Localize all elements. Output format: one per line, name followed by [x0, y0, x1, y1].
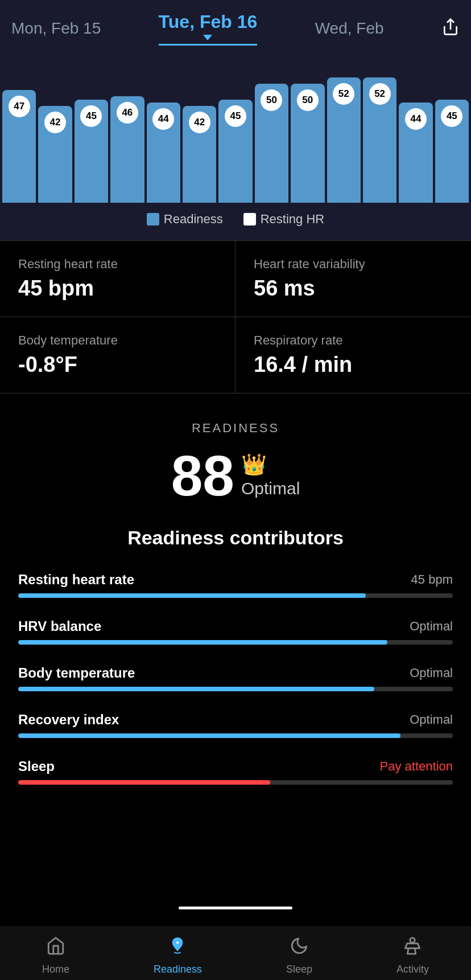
- bar: 50: [291, 84, 324, 203]
- nav-home-label: Home: [42, 963, 69, 975]
- contributor-status: Optimal: [410, 712, 453, 727]
- bar-value-label: 45: [80, 105, 102, 127]
- contributor-row: Recovery indexOptimal: [18, 712, 453, 738]
- readiness-legend-label: Readiness: [164, 212, 223, 227]
- bar-item: 52: [363, 55, 396, 203]
- bar-item: 50: [255, 55, 288, 203]
- stat-respiratory-label: Respiratory rate: [254, 333, 453, 348]
- legend-resting-hr: Resting HR: [243, 212, 324, 227]
- bar-item: 47: [2, 55, 36, 203]
- contributor-name: Body temperature: [18, 665, 135, 681]
- bar-value-label: 52: [369, 83, 391, 105]
- bar-item: 46: [110, 55, 144, 203]
- contributor-status: Pay attention: [380, 759, 453, 774]
- readiness-nav-icon: [168, 936, 187, 960]
- nav-activity[interactable]: Activity: [396, 936, 429, 975]
- progress-bar-fill: [18, 640, 387, 645]
- resting-hr-legend-label: Resting HR: [261, 212, 324, 227]
- contributors-title: Readiness contributors: [18, 527, 453, 549]
- stat-respiratory: Respiratory rate 16.4 / min: [236, 317, 471, 393]
- readiness-section-title: READINESS: [18, 421, 453, 436]
- bottom-indicator: [179, 907, 292, 909]
- readiness-status: Optimal: [241, 479, 300, 498]
- stat-body-temp-value: -0.8°F: [18, 352, 217, 377]
- share-button[interactable]: [441, 18, 460, 40]
- nav-sleep[interactable]: Sleep: [286, 936, 312, 975]
- contributor-name: Recovery index: [18, 712, 119, 728]
- contributor-name: Resting heart rate: [18, 572, 134, 588]
- bar-item: 42: [38, 55, 72, 203]
- contributor-header: Body temperatureOptimal: [18, 665, 453, 681]
- activity-icon: [403, 936, 422, 960]
- stat-respiratory-value: 16.4 / min: [254, 352, 453, 377]
- progress-bar-fill: [18, 687, 374, 691]
- bar-item: 52: [327, 55, 361, 203]
- bar-item: 45: [435, 55, 469, 203]
- contributors-list: Resting heart rate45 bpmHRV balanceOptim…: [18, 572, 453, 785]
- contributor-header: Recovery indexOptimal: [18, 712, 453, 728]
- stat-hrv-value: 56 ms: [254, 276, 453, 301]
- legend-readiness: Readiness: [147, 212, 223, 227]
- bar-value-label: 47: [9, 96, 30, 117]
- bar-item: 45: [218, 55, 252, 203]
- date-navigation: Mon, Feb 15 Tue, Feb 16 Wed, Feb: [0, 11, 471, 55]
- nav-home[interactable]: Home: [42, 936, 69, 975]
- stat-body-temp-label: Body temperature: [18, 333, 217, 348]
- bar-item: 44: [399, 55, 432, 203]
- bar-value-label: 45: [225, 105, 246, 127]
- bar-item: 42: [183, 55, 216, 203]
- nav-activity-label: Activity: [396, 963, 429, 975]
- progress-bar-fill: [18, 733, 400, 738]
- resting-hr-legend-dot: [243, 213, 256, 225]
- home-icon: [46, 936, 65, 960]
- contributor-row: Body temperatureOptimal: [18, 665, 453, 691]
- bar-value-label: 42: [189, 112, 210, 133]
- contributor-status: Optimal: [410, 666, 453, 680]
- readiness-score: 88: [171, 447, 234, 504]
- bar: 52: [327, 77, 361, 203]
- progress-bar-bg: [18, 593, 453, 598]
- bar: 45: [75, 100, 108, 203]
- stat-hrv: Heart rate variability 56 ms: [236, 241, 471, 317]
- contributor-row: HRV balanceOptimal: [18, 618, 453, 645]
- bar-value-label: 45: [441, 105, 462, 127]
- contributor-header: SleepPay attention: [18, 758, 453, 774]
- contributor-name: HRV balance: [18, 618, 101, 634]
- bar-value-label: 44: [405, 108, 427, 130]
- contributor-status: Optimal: [410, 619, 453, 634]
- bar: 47: [2, 90, 36, 203]
- progress-bar-fill: [18, 593, 366, 598]
- bar-value-label: 44: [152, 108, 174, 130]
- nav-sleep-label: Sleep: [286, 963, 312, 975]
- next-date[interactable]: Wed, Feb: [315, 19, 384, 38]
- bar: 42: [38, 106, 72, 203]
- chart-legend: Readiness Resting HR: [0, 203, 471, 231]
- contributor-header: Resting heart rate45 bpm: [18, 572, 453, 588]
- stat-resting-hr-label: Resting heart rate: [18, 257, 217, 272]
- progress-bar-fill: [18, 780, 270, 785]
- current-date: Tue, Feb 16: [159, 11, 258, 46]
- stat-resting-hr-value: 45 bpm: [18, 276, 217, 301]
- bar-value-label: 50: [297, 89, 319, 111]
- bar: 44: [147, 102, 180, 203]
- progress-bar-bg: [18, 687, 453, 691]
- svg-point-1: [176, 941, 180, 945]
- contributor-row: SleepPay attention: [18, 758, 453, 785]
- sleep-icon: [290, 936, 309, 960]
- stat-resting-hr: Resting heart rate 45 bpm: [0, 241, 236, 317]
- readiness-legend-dot: [147, 213, 159, 225]
- bar: 46: [110, 96, 144, 203]
- bar-item: 45: [75, 55, 108, 203]
- bar: 50: [255, 84, 288, 203]
- nav-readiness[interactable]: Readiness: [154, 936, 202, 975]
- contributor-name: Sleep: [18, 758, 55, 774]
- bar-chart: 47424546444245505052524445: [0, 55, 471, 203]
- bar-item: 50: [291, 55, 324, 203]
- prev-date[interactable]: Mon, Feb 15: [11, 19, 101, 38]
- readiness-section: READINESS 88 👑 Optimal: [0, 393, 471, 527]
- readiness-score-row: 88 👑 Optimal: [18, 447, 453, 504]
- bar: 44: [399, 102, 432, 203]
- date-indicator: [203, 35, 212, 40]
- bar-value-label: 42: [44, 112, 66, 133]
- bar: 52: [363, 77, 396, 203]
